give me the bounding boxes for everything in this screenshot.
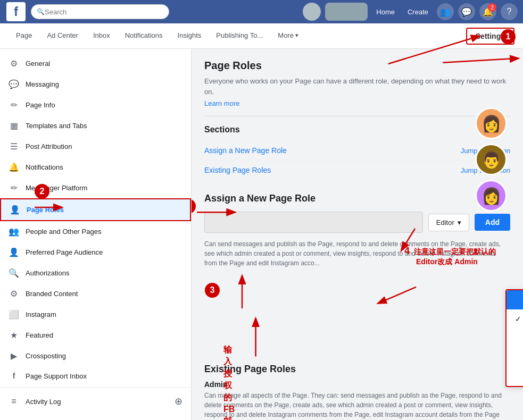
sidebar-item-general[interactable]: ⚙ General <box>0 53 191 74</box>
assign-new-role-link[interactable]: Assign a New Page Role <box>204 146 287 155</box>
page-navigation: Page Ad Center Inbox Notifications Insig… <box>0 23 523 49</box>
existing-roles-link[interactable]: Existing Page Roles <box>204 166 271 174</box>
sidebar-label-messaging: Messaging <box>26 80 182 88</box>
search-icon: 🔍 <box>37 8 45 15</box>
sidebar-label-page-support-inbox: Page Support Inbox <box>26 372 182 380</box>
sidebar-label-preferred-audience: Preferred Page Audience <box>26 248 182 256</box>
sidebar-item-messaging[interactable]: 💬 Messaging <box>0 74 191 95</box>
sidebar-item-messenger-platform[interactable]: ✏ Messenger Platform <box>0 178 191 198</box>
featured-icon: ★ <box>9 330 19 340</box>
templates-icon: ▦ <box>9 121 19 131</box>
sidebar-item-instagram[interactable]: ⬜ Instagram <box>0 304 191 325</box>
page-nav-page[interactable]: Page <box>9 23 39 49</box>
sidebar-item-page-roles[interactable]: 👤 Page Roles <box>0 198 191 221</box>
sidebar: ⚙ General 💬 Messaging ✏ Page Info ▦ Temp… <box>0 49 192 420</box>
sections-label: Sections <box>204 125 510 135</box>
page-roles-icon: 👤 <box>10 205 20 215</box>
page-nav-inbox[interactable]: Inbox <box>86 23 118 49</box>
sidebar-label-page-info: Page Info <box>26 101 182 109</box>
messenger-platform-icon: ✏ <box>9 183 19 193</box>
sidebar-item-post-attribution[interactable]: ☰ Post Attribution <box>0 136 191 157</box>
page-nav-more[interactable]: More ▾ <box>270 23 306 49</box>
messaging-icon: 💬 <box>9 79 19 89</box>
sidebar-label-crossposting: Crossposting <box>26 352 182 360</box>
sidebar-item-authorizations[interactable]: 🔍 Authorizations <box>0 263 191 283</box>
svg-line-3 <box>379 287 416 303</box>
dropdown-item-admin[interactable]: Admin <box>507 290 523 309</box>
user-avatar-1 <box>303 3 321 21</box>
search-bar[interactable]: 🔍 <box>31 4 169 19</box>
sidebar-item-activity-log[interactable]: ≡ Activity Log ⊕ <box>0 390 191 413</box>
existing-page-roles-section: Existing Page Roles Admin Can manage all… <box>204 364 510 420</box>
page-roles-title: Page Roles <box>204 60 510 72</box>
user-avatar-2 <box>325 3 368 21</box>
page-nav-adcenter[interactable]: Ad Center <box>39 23 86 49</box>
friends-icon[interactable]: 👥 <box>437 3 454 20</box>
sidebar-label-instagram: Instagram <box>26 310 182 318</box>
sidebar-label-branded-content: Branded Content <box>26 290 182 298</box>
dropdown-item-advertiser[interactable]: Advertiser <box>507 348 523 367</box>
dropdown-item-moderator[interactable]: Moderator <box>507 329 523 348</box>
dropdown-item-analyst[interactable]: Analyst <box>507 367 523 386</box>
existing-section-link-row: Existing Page Roles Jump to Section <box>204 161 510 180</box>
topbar-right: Home Create 👥 💬 🔔 2 ? <box>303 3 518 21</box>
notification-badge: 2 <box>488 3 496 12</box>
admin-role-title: Admin <box>204 380 510 389</box>
sidebar-item-templates-tabs[interactable]: ▦ Templates and Tabs <box>0 115 191 136</box>
sidebar-label-featured: Featured <box>26 331 182 339</box>
preferred-audience-icon: 👤 <box>9 247 19 257</box>
help-icon[interactable]: ? <box>501 3 518 20</box>
learn-more-link[interactable]: Learn more <box>204 99 239 107</box>
page-nav-publishing[interactable]: Publishing To... <box>209 23 270 49</box>
role-dropdown: Admin ✓ Editor Moderator Advertiser Anal… <box>505 289 523 387</box>
annotation-text-3: 输入授权的FB邮箱地址 <box>223 344 235 420</box>
sidebar-item-featured[interactable]: ★ Featured <box>0 325 191 346</box>
page-nav-insights[interactable]: Insights <box>170 23 209 49</box>
main-layout: ⚙ General 💬 Messaging ✏ Page Info ▦ Temp… <box>0 49 523 420</box>
sidebar-label-page-roles: Page Roles <box>27 206 181 214</box>
annotation-number-1: 1 <box>501 29 516 44</box>
sidebar-item-notifications[interactable]: 🔔 Notifications <box>0 157 191 178</box>
people-other-icon: 👥 <box>9 226 19 237</box>
role-selector-chevron-icon: ▾ <box>458 219 461 226</box>
crossposting-icon: ▶ <box>9 351 19 361</box>
annotation-text-4-line1: 注意这里一定要把默认的 <box>414 247 496 256</box>
sidebar-item-preferred-audience[interactable]: 👤 Preferred Page Audience <box>0 242 191 263</box>
create-link[interactable]: Create <box>403 6 433 18</box>
sidebar-label-notifications: Notifications <box>26 163 182 171</box>
annotation-number-2-fixed: 2 <box>35 184 49 199</box>
general-icon: ⚙ <box>9 58 19 69</box>
admin-role-desc: Can manage all aspects of the Page. They… <box>204 391 510 420</box>
avatar-2: 👨 <box>475 144 507 175</box>
page-nav-notifications[interactable]: Notifications <box>118 23 170 49</box>
fb-icon: f <box>6 2 26 21</box>
assign-email-input[interactable] <box>204 212 423 233</box>
sidebar-item-page-support-inbox[interactable]: f Page Support Inbox <box>0 366 191 385</box>
notifications-icon[interactable]: 🔔 2 <box>479 3 496 20</box>
sidebar-item-crossposting[interactable]: ▶ Crossposting <box>0 346 191 366</box>
annotation-number-3-fixed: 3 <box>205 283 220 298</box>
sidebar-label-post-attribution: Post Attribution <box>26 142 182 150</box>
annotation-number-2: 2 <box>192 199 196 214</box>
sidebar-label-templates-tabs: Templates and Tabs <box>26 122 182 130</box>
dropdown-item-editor[interactable]: ✓ Editor <box>507 309 523 329</box>
annotation-4-block: 4 注意这里一定要把默认的 Editor改成 Admin <box>404 246 496 267</box>
sidebar-label-activity-log: Activity Log <box>26 398 168 406</box>
page-roles-desc: Everyone who works on your Page can have… <box>204 76 510 97</box>
branded-content-icon: ⚙ <box>9 289 19 299</box>
sidebar-label-general: General <box>26 60 182 68</box>
home-link[interactable]: Home <box>372 6 399 18</box>
sidebar-item-branded-content[interactable]: ⚙ Branded Content <box>0 283 191 304</box>
annotation-number-4: 4 <box>404 246 410 256</box>
assign-input-row: Editor ▾ Add <box>204 212 510 233</box>
role-selector-button[interactable]: Editor ▾ <box>428 214 469 231</box>
facebook-logo: f <box>5 1 27 22</box>
add-role-button[interactable]: Add <box>475 214 510 231</box>
editor-check-icon: ✓ <box>515 315 523 323</box>
search-input[interactable] <box>45 8 163 16</box>
annotation-text-4-line2: Editor改成 Admin <box>416 257 478 266</box>
messenger-icon[interactable]: 💬 <box>458 3 475 20</box>
instagram-icon: ⬜ <box>9 309 19 320</box>
sidebar-item-page-info[interactable]: ✏ Page Info <box>0 95 191 115</box>
sidebar-item-people-other[interactable]: 👥 People and Other Pages <box>0 221 191 242</box>
